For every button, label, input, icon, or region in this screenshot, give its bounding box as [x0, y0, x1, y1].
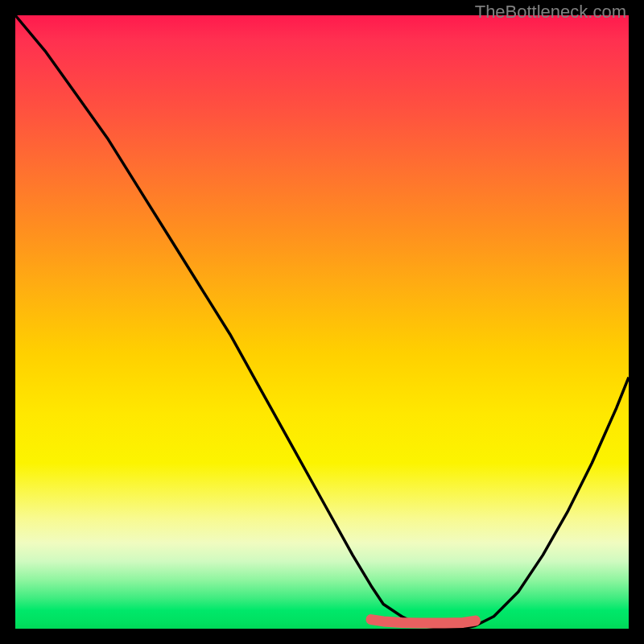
watermark-text: TheBottleneck.com [475, 2, 626, 23]
bottleneck-curve [15, 15, 629, 629]
curve-overlay [0, 0, 644, 644]
optimal-range-highlight [371, 620, 476, 624]
